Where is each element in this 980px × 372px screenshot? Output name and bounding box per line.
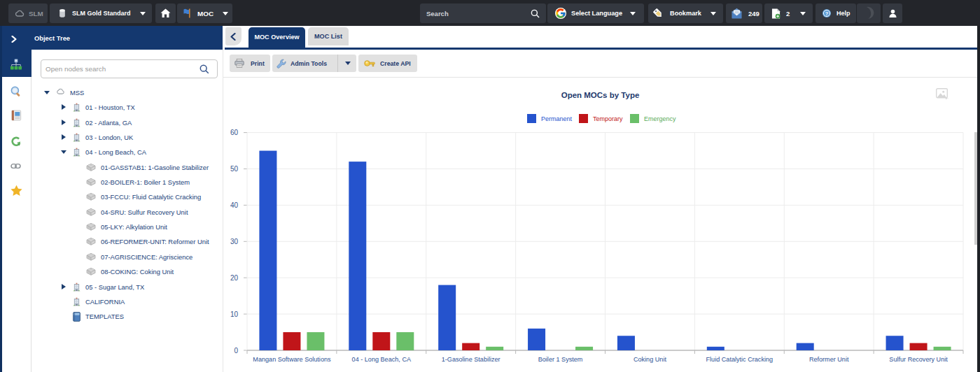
svg-text:40: 40 [230,201,239,209]
svg-text:10: 10 [230,310,239,318]
svg-text:Coking Unit: Coking Unit [634,356,666,363]
svg-text:Mangan Software Solutions: Mangan Software Solutions [253,356,331,363]
svg-text:20: 20 [230,274,239,282]
svg-text:0: 0 [234,347,238,355]
svg-text:Sulfur Recovery Unit: Sulfur Recovery Unit [889,356,948,363]
svg-text:60: 60 [230,129,239,136]
svg-text:30: 30 [230,238,239,245]
svg-text:1-Gasoline Stabilizer: 1-Gasoline Stabilizer [442,356,500,363]
svg-text:?: ? [825,10,829,17]
svg-text:50: 50 [230,165,239,173]
svg-text:Reformer Unit: Reformer Unit [809,356,849,363]
svg-text:Boiler 1 System: Boiler 1 System [538,356,583,363]
svg-text:Fluid Catalytic Cracking: Fluid Catalytic Cracking [706,356,774,363]
svg-text:04 - Long Beach, CA: 04 - Long Beach, CA [352,356,412,363]
